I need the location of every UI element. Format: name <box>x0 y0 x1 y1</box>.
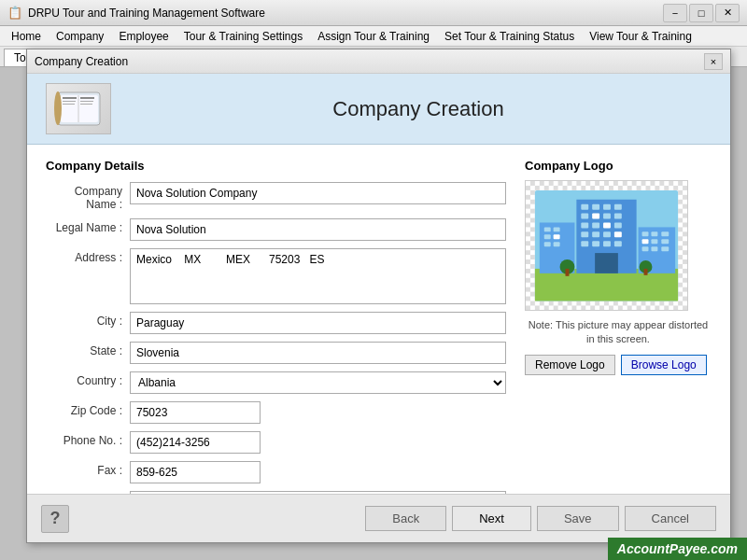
company-name-label: Company Name : <box>46 182 130 211</box>
title-bar-controls: − □ ✕ <box>663 4 740 22</box>
fax-input[interactable] <box>130 461 261 483</box>
watermark: AccountPayee.com <box>608 538 747 560</box>
svg-rect-4 <box>63 101 76 102</box>
cancel-button[interactable]: Cancel <box>625 506 716 531</box>
svg-rect-29 <box>581 231 588 237</box>
dialog-header: Company Creation <box>27 74 730 145</box>
save-button[interactable]: Save <box>537 506 619 531</box>
phone-label: Phone No. : <box>46 431 130 447</box>
help-button[interactable]: ? <box>41 505 69 533</box>
menu-view-tour[interactable]: View Tour & Training <box>582 28 699 45</box>
country-row: Country : Albania Mexico Paraguay Sloven… <box>46 371 506 394</box>
svg-rect-56 <box>566 269 570 276</box>
company-details-title: Company Details <box>46 159 506 173</box>
dialog-main-title: Company Creation <box>125 97 712 121</box>
logo-section: Company Logo <box>525 159 712 375</box>
svg-rect-43 <box>544 242 551 246</box>
svg-rect-26 <box>592 222 599 228</box>
svg-rect-44 <box>554 242 560 246</box>
address-label: Address : <box>46 248 130 264</box>
address-row: Address : Mexico MX MEX 75203 ES <box>46 248 506 304</box>
fax-label: Fax : <box>46 461 130 477</box>
svg-rect-15 <box>535 269 678 301</box>
title-bar: 📋 DRPU Tour and Training Management Soft… <box>0 0 747 26</box>
state-row: State : <box>46 342 506 364</box>
fax-row: Fax : <box>46 461 506 483</box>
svg-rect-36 <box>614 241 622 246</box>
app-title: DRPU Tour and Training Management Softwa… <box>28 7 663 20</box>
book-icon <box>53 88 105 130</box>
menu-employee[interactable]: Employee <box>111 28 176 45</box>
address-wrapper: Mexico MX MEX 75203 ES <box>130 248 506 304</box>
menu-assign-tour[interactable]: Assign Tour & Training <box>310 28 437 45</box>
legal-name-input[interactable] <box>130 218 506 241</box>
dialog-close-button[interactable]: × <box>704 53 723 70</box>
svg-rect-18 <box>592 204 599 210</box>
svg-rect-33 <box>581 241 588 246</box>
svg-rect-50 <box>651 239 657 244</box>
svg-rect-28 <box>614 222 622 228</box>
svg-rect-23 <box>603 213 611 218</box>
svg-rect-42 <box>554 234 560 239</box>
phone-input[interactable] <box>130 431 261 454</box>
menu-tour-training-settings[interactable]: Tour & Training Settings <box>176 28 310 45</box>
svg-rect-39 <box>544 227 551 231</box>
zip-input[interactable] <box>130 401 261 424</box>
form-left: Company Details Company Name : Legal Nam… <box>46 159 506 480</box>
next-button[interactable]: Next <box>452 506 531 531</box>
logo-preview <box>525 180 688 311</box>
svg-rect-46 <box>642 231 649 236</box>
minimize-button[interactable]: − <box>663 4 687 22</box>
menu-company[interactable]: Company <box>49 28 111 45</box>
company-name-input[interactable] <box>130 182 506 204</box>
svg-rect-47 <box>651 231 657 236</box>
svg-rect-41 <box>544 234 551 239</box>
dialog-title-label: Company Creation <box>35 55 704 68</box>
svg-rect-1 <box>61 95 98 122</box>
svg-rect-48 <box>661 231 669 236</box>
app-icon: 📋 <box>7 6 22 21</box>
svg-rect-3 <box>63 97 77 99</box>
svg-rect-35 <box>603 241 611 246</box>
city-label: City : <box>46 312 130 328</box>
back-button[interactable]: Back <box>365 506 446 531</box>
remove-logo-button[interactable]: Remove Logo <box>525 355 615 375</box>
logo-section-title: Company Logo <box>525 159 712 173</box>
header-icon <box>46 83 111 134</box>
company-creation-dialog: Company Creation × <box>26 49 731 543</box>
menu-bar: Home Company Employee Tour & Training Se… <box>0 26 747 47</box>
browse-logo-button[interactable]: Browse Logo <box>621 355 707 375</box>
country-label: Country : <box>46 371 130 387</box>
svg-rect-32 <box>614 231 622 237</box>
phone-row: Phone No. : <box>46 431 506 454</box>
state-label: State : <box>46 342 130 357</box>
svg-rect-52 <box>642 246 649 251</box>
dialog-title-bar: Company Creation × <box>27 49 730 74</box>
svg-rect-27 <box>603 222 611 228</box>
svg-rect-25 <box>581 222 588 228</box>
menu-home[interactable]: Home <box>4 28 49 45</box>
svg-point-9 <box>54 91 62 125</box>
svg-rect-7 <box>80 101 93 102</box>
svg-rect-22 <box>592 213 599 218</box>
country-select[interactable]: Albania Mexico Paraguay Slovenia USA UK <box>130 371 506 394</box>
company-name-row: Company Name : <box>46 182 506 211</box>
city-input[interactable] <box>130 312 506 334</box>
company-logo-image <box>526 181 687 310</box>
form-right: Company Logo <box>525 159 712 480</box>
svg-rect-40 <box>554 227 560 231</box>
svg-rect-31 <box>603 231 611 237</box>
close-button[interactable]: ✕ <box>715 4 740 22</box>
form-area: Company Details Company Name : Legal Nam… <box>27 145 730 494</box>
logo-buttons: Remove Logo Browse Logo <box>525 355 712 375</box>
svg-rect-34 <box>592 241 599 246</box>
maximize-button[interactable]: □ <box>689 4 713 22</box>
menu-set-status[interactable]: Set Tour & Training Status <box>437 28 582 45</box>
zip-row: Zip Code : <box>46 401 506 424</box>
svg-rect-53 <box>651 246 657 251</box>
state-input[interactable] <box>130 342 506 364</box>
address-input[interactable]: Mexico MX MEX 75203 ES <box>130 248 506 304</box>
svg-rect-19 <box>603 204 611 210</box>
svg-rect-21 <box>581 213 588 218</box>
svg-rect-20 <box>614 204 622 210</box>
